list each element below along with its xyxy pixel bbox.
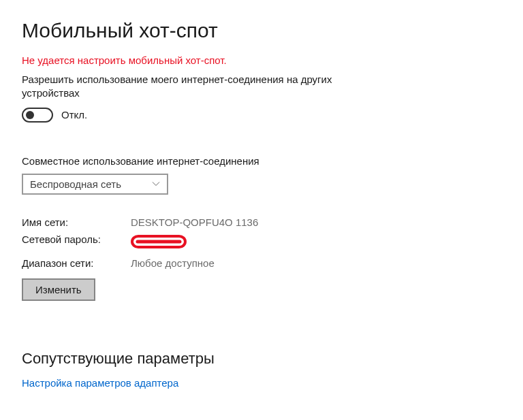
share-from-selected: Беспроводная сеть <box>30 178 121 190</box>
redacted-password-icon <box>131 233 187 252</box>
toggle-state-label: Откл. <box>61 109 87 120</box>
adapter-settings-link[interactable]: Настройка параметров адаптера <box>22 377 501 389</box>
network-info-table: Имя сети: DESKTOP-QOPFU4O 1136 Сетевой п… <box>22 216 501 269</box>
share-toggle[interactable] <box>22 108 53 123</box>
related-settings-heading: Сопутствующие параметры <box>22 350 501 368</box>
network-password-label: Сетевой пароль: <box>22 233 131 252</box>
share-toggle-row: Откл. <box>22 108 501 123</box>
edit-button[interactable]: Изменить <box>22 278 95 301</box>
toggle-knob <box>26 111 34 119</box>
network-name-value: DESKTOP-QOPFU4O 1136 <box>131 216 501 228</box>
share-from-combobox[interactable]: Беспроводная сеть <box>22 174 168 195</box>
hotspot-error-message: Не удается настроить мобильный хот-спот. <box>22 54 501 66</box>
network-password-value <box>131 233 501 252</box>
share-description: Разрешить использование моего интернет-с… <box>22 73 390 101</box>
share-from-label: Совместное использование интернет-соедин… <box>22 155 501 167</box>
page-title: Мобильный хот-спот <box>22 19 501 42</box>
network-band-value: Любое доступное <box>131 257 501 269</box>
network-name-label: Имя сети: <box>22 216 131 228</box>
network-band-label: Диапазон сети: <box>22 257 131 269</box>
chevron-down-icon <box>152 178 160 190</box>
